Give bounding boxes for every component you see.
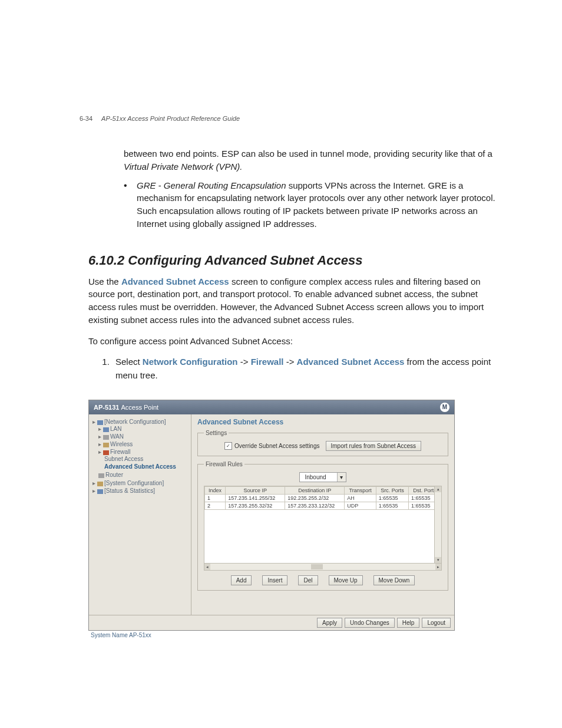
step-1: Select Network Configuration -> Firewall… [112, 355, 503, 382]
bullet-gre-text: GRE - General Routing Encapsulation supp… [137, 179, 503, 230]
col-dest-ip[interactable]: Destination IP [285, 487, 345, 495]
tree-router[interactable]: Router [98, 471, 189, 479]
tree-subnet-access[interactable]: Subnet Access [104, 455, 189, 463]
table-row[interactable]: 2 157.235.255.32/32 157.235.233.122/32 U… [205, 502, 441, 510]
tree-wan[interactable]: ▸WAN [98, 433, 189, 440]
app-title: AP-5131 Access Point [94, 404, 158, 411]
app-window: AP-5131 Access Point M ▸[Network Configu… [88, 400, 455, 631]
checkbox-icon: ✓ [224, 442, 232, 450]
settings-fieldset: Settings ✓ Override Subnet Access settin… [197, 430, 448, 456]
tree-wireless[interactable]: ▸Wireless [98, 440, 189, 448]
lead-sentence: To configure access point Advanced Subne… [88, 335, 503, 348]
table-row[interactable]: 1 157.235.141.255/32 192.235.255.2/32 AH… [205, 495, 441, 502]
del-button[interactable]: Del [298, 575, 318, 585]
chevron-down-icon: ▾ [337, 473, 346, 482]
rules-fieldset: Firewall Rules Inbound ▾ Index [197, 461, 448, 591]
insert-button[interactable]: Insert [262, 575, 287, 585]
tree-network[interactable]: ▸[Network Configuration] ▸LAN ▸WAN ▸Wire… [92, 418, 189, 479]
rules-table-wrapper: Index Source IP Destination IP Transport… [204, 486, 442, 564]
override-label: Override Subnet Access settings [234, 443, 320, 449]
logout-button[interactable]: Logout [422, 618, 451, 628]
tree-status-stats[interactable]: ▸[Status & Statistics] [92, 487, 189, 495]
scroll-left-icon[interactable]: ◂ [204, 564, 210, 570]
rules-legend: Firewall Rules [204, 461, 244, 467]
help-button[interactable]: Help [397, 618, 420, 628]
move-down-button[interactable]: Move Down [373, 575, 415, 585]
nav-tree[interactable]: ▸[Network Configuration] ▸LAN ▸WAN ▸Wire… [89, 414, 191, 615]
settings-legend: Settings [204, 430, 229, 436]
tree-firewall[interactable]: ▸Firewall Subnet Access Advanced Subnet … [98, 448, 189, 471]
tree-advanced-subnet[interactable]: Advanced Subnet Access [104, 463, 189, 470]
apply-button[interactable]: Apply [317, 618, 342, 628]
table-header-row: Index Source IP Destination IP Transport… [205, 487, 441, 495]
content-panel: Advanced Subnet Access Settings ✓ Overri… [191, 414, 454, 615]
bullet-marker: • [124, 179, 137, 236]
undo-button[interactable]: Undo Changes [345, 618, 395, 628]
brand-logo-icon: M [440, 403, 449, 412]
app-titlebar: AP-5131 Access Point M [89, 400, 454, 414]
panel-title: Advanced Subnet Access [197, 418, 448, 426]
tree-system-config[interactable]: ▸[System Configuration] [92, 479, 189, 487]
section-heading: 6.10.2 Configuring Advanced Subnet Acces… [88, 253, 503, 268]
col-transport[interactable]: Transport [345, 487, 376, 495]
bullet-gre: • GRE - General Routing Encapsulation su… [124, 179, 503, 236]
scroll-down-icon[interactable]: ▾ [435, 557, 441, 563]
scroll-thumb[interactable] [311, 564, 323, 569]
vertical-scrollbar[interactable]: ▴ ▾ [434, 486, 441, 563]
status-bar: System Name AP-51xx [88, 631, 503, 640]
direction-value: Inbound [300, 473, 336, 482]
col-source-ip[interactable]: Source IP [226, 487, 285, 495]
scroll-up-icon[interactable]: ▴ [435, 486, 441, 492]
move-up-button[interactable]: Move Up [329, 575, 363, 585]
direction-dropdown[interactable]: Inbound ▾ [299, 472, 346, 482]
import-rules-button[interactable]: Import rules from Subnet Access [326, 441, 422, 451]
scroll-right-icon[interactable]: ▸ [435, 564, 441, 570]
app-footer: Apply Undo Changes Help Logout [89, 615, 454, 630]
running-header: 6-34 AP-51xx Access Point Product Refere… [80, 115, 240, 122]
tree-lan[interactable]: ▸LAN [98, 425, 189, 433]
add-button[interactable]: Add [231, 575, 252, 585]
col-index[interactable]: Index [205, 487, 226, 495]
rules-table[interactable]: Index Source IP Destination IP Transport… [204, 486, 441, 510]
page-number: 6-34 [80, 115, 92, 122]
override-checkbox[interactable]: ✓ Override Subnet Access settings [224, 442, 320, 450]
col-src-ports[interactable]: Src. Ports [376, 487, 408, 495]
horizontal-scrollbar[interactable]: ◂ ▸ [204, 564, 442, 571]
paragraph-esp: between two end points. ESP can also be … [124, 147, 503, 173]
doc-title: AP-51xx Access Point Product Reference G… [101, 115, 240, 122]
intro-paragraph: Use the Advanced Subnet Access screen to… [88, 275, 503, 327]
